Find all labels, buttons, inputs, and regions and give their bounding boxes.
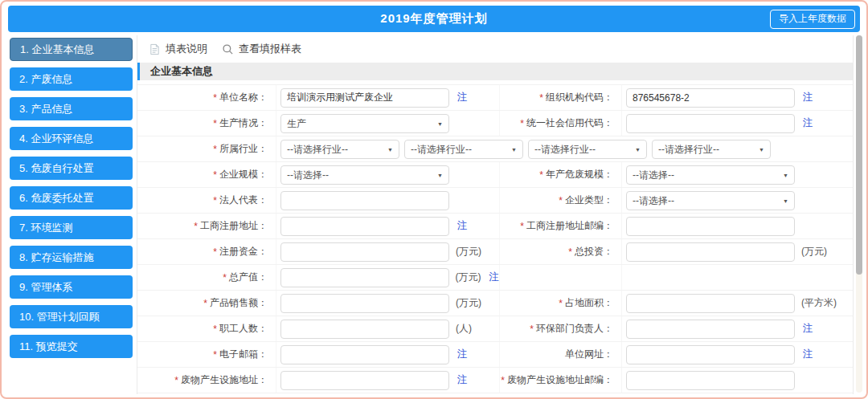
waste-facility-address-input[interactable] <box>280 371 449 390</box>
legal-representative-input[interactable] <box>280 191 449 210</box>
total-investment-label: 总投资： <box>575 245 613 259</box>
social-credit-code-note-link[interactable]: 注 <box>803 116 813 130</box>
registered-capital-label: 注册资金： <box>219 245 268 259</box>
website-label-cell: 单位网址： <box>499 342 621 367</box>
business-reg-address-field-cell: 注 <box>276 214 499 238</box>
registered-capital-label-cell: *注册资金： <box>137 239 276 264</box>
business-reg-address-input[interactable] <box>280 217 449 236</box>
waste-facility-postcode-label-cell: *废物产生设施地址邮编： <box>499 368 621 393</box>
form-table: *单位名称：注*组织机构代码：注*生产情况：生产▼*统一社会信用代码：注*所属行… <box>137 84 853 393</box>
enterprise-scale-select[interactable]: --请选择-- <box>280 165 449 185</box>
required-asterisk: * <box>559 298 563 309</box>
email-label: 电子邮箱： <box>219 348 268 361</box>
total-investment-input[interactable] <box>626 242 795 262</box>
unit-name-input[interactable] <box>280 88 449 108</box>
business-reg-address-note-link[interactable]: 注 <box>457 219 468 233</box>
form-row-5: *法人代表：*企业类型：--请选择--▼ <box>137 188 853 214</box>
production-status-label-cell: *生产情况： <box>137 111 276 136</box>
production-status-select[interactable]: 生产 <box>280 114 449 133</box>
total-investment-unit-label: (万元) <box>801 245 827 259</box>
total-investment-label-cell: *总投资： <box>499 239 621 264</box>
waste-facility-postcode-label: 废物产生设施地址邮编： <box>507 373 613 387</box>
website-note-link[interactable]: 注 <box>803 348 813 361</box>
sidebar-item-8[interactable]: 8. 贮存运输措施 <box>10 246 133 269</box>
empty-label-cell <box>499 265 621 290</box>
waste-facility-address-note-link[interactable]: 注 <box>457 373 468 387</box>
registered-capital-unit-label: (万元) <box>456 245 481 259</box>
land-area-input[interactable] <box>626 294 795 313</box>
industry-select-3[interactable]: --请选择行业-- <box>528 140 647 159</box>
view-sample-button[interactable]: 查看填报样表 <box>222 42 301 56</box>
annual-hazwaste-scale-select[interactable]: --请选择-- <box>626 165 795 185</box>
form-row-11: *电子邮箱：注单位网址：注 <box>137 342 853 368</box>
website-input[interactable] <box>626 345 795 364</box>
registered-capital-input[interactable] <box>280 242 449 262</box>
toolbar: 填表说明 查看填报样表 <box>137 35 853 63</box>
org-code-field-cell: 注 <box>621 85 853 110</box>
org-code-input[interactable] <box>626 88 795 108</box>
unit-name-note-link[interactable]: 注 <box>457 91 468 104</box>
sidebar-item-6[interactable]: 6. 危废委托处置 <box>10 186 133 210</box>
form-row-10: *职工人数：(人)*环保部门负责人：注 <box>137 316 853 342</box>
sidebar-item-9[interactable]: 9. 管理体系 <box>10 275 133 299</box>
waste-facility-address-label-cell: *废物产生设施地址： <box>137 368 276 393</box>
business-reg-postcode-label: 工商注册地址邮编： <box>526 219 613 233</box>
total-output-value-label: 总产值： <box>229 271 268 284</box>
required-asterisk: * <box>213 246 217 258</box>
import-last-year-button[interactable]: 导入上年度数据 <box>770 10 855 29</box>
required-asterisk: * <box>213 169 217 181</box>
industry-select-2[interactable]: --请选择行业-- <box>404 140 523 159</box>
org-code-note-link[interactable]: 注 <box>803 91 813 104</box>
total-output-value-input[interactable] <box>280 268 449 287</box>
enterprise-type-select[interactable]: --请选择-- <box>626 191 795 210</box>
required-asterisk: * <box>520 221 524 232</box>
annual-hazwaste-scale-label: 年产危废规模： <box>546 168 613 181</box>
required-asterisk: * <box>213 324 217 335</box>
form-row-12: *废物产生设施地址：注*废物产生设施地址邮编： <box>137 368 853 393</box>
unit-name-field-cell: 注 <box>276 85 499 110</box>
total-output-value-note-link[interactable]: 注 <box>489 271 500 284</box>
fill-instructions-button[interactable]: 填表说明 <box>149 42 207 56</box>
form-row-9: *产品销售额：(万元)*占地面积：(平方米) <box>137 291 853 316</box>
social-credit-code-input[interactable] <box>626 114 795 133</box>
required-asterisk: * <box>568 246 572 258</box>
sidebar-item-3[interactable]: 3. 产品信息 <box>10 97 133 120</box>
business-reg-postcode-input[interactable] <box>626 217 795 236</box>
section-accent-bar <box>137 63 140 80</box>
employee-count-input[interactable] <box>280 320 449 339</box>
sidebar-item-7[interactable]: 7. 环境监测 <box>10 216 133 239</box>
env-dept-head-note-link[interactable]: 注 <box>803 322 813 336</box>
land-area-field-cell: (平方米) <box>621 291 853 316</box>
env-dept-head-input[interactable] <box>626 320 795 339</box>
scrollbar-thumb[interactable] <box>856 35 862 275</box>
required-asterisk: * <box>203 298 207 309</box>
production-status-label: 生产情况： <box>219 116 268 130</box>
industry-field-cell: --请选择行业--▼--请选择行业--▼--请选择行业--▼--请选择行业--▼ <box>276 136 853 161</box>
unit-name-label: 单位名称： <box>219 91 268 104</box>
website-field-cell: 注 <box>621 342 853 367</box>
waste-facility-postcode-input[interactable] <box>626 371 795 390</box>
product-sales-input[interactable] <box>280 294 449 313</box>
email-input[interactable] <box>280 345 449 364</box>
enterprise-type-select-wrap: --请选择--▼ <box>626 191 795 210</box>
sidebar-item-11[interactable]: 11. 预览提交 <box>10 335 133 358</box>
sidebar-item-10[interactable]: 10. 管理计划回顾 <box>10 305 133 328</box>
industry-select-4[interactable]: --请选择行业-- <box>652 140 771 159</box>
annual-hazwaste-scale-select-wrap: --请选择--▼ <box>626 165 795 185</box>
email-note-link[interactable]: 注 <box>457 348 468 361</box>
employee-count-label: 职工人数： <box>219 322 268 336</box>
scrollbar[interactable] <box>856 35 862 393</box>
unit-name-label-cell: *单位名称： <box>137 85 276 110</box>
registered-capital-field-cell: (万元) <box>276 239 499 264</box>
sidebar-item-2[interactable]: 2. 产废信息 <box>10 67 133 91</box>
waste-facility-address-field-cell: 注 <box>276 368 499 393</box>
sidebar-item-1[interactable]: 1. 企业基本信息 <box>10 38 133 61</box>
empty-field-cell <box>621 265 853 290</box>
legal-representative-field-cell <box>276 188 499 213</box>
sidebar-item-5[interactable]: 5. 危废自行处置 <box>10 157 133 180</box>
page-title: 2019年度管理计划 <box>380 11 487 26</box>
env-dept-head-label-cell: *环保部门负责人： <box>499 316 621 341</box>
sidebar-item-4[interactable]: 4. 企业环评信息 <box>10 127 133 150</box>
enterprise-scale-label: 企业规模： <box>219 168 268 181</box>
industry-select-1[interactable]: --请选择行业-- <box>280 140 399 159</box>
